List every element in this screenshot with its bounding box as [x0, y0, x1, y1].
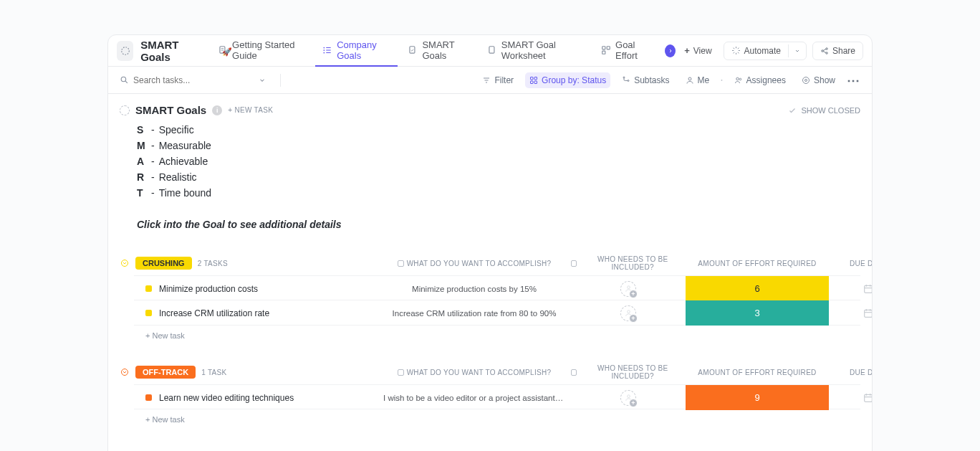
svg-rect-13	[607, 46, 610, 49]
tab-company-goals[interactable]: Company Goals	[315, 35, 398, 67]
svg-line-19	[823, 51, 826, 52]
search-input[interactable]	[133, 75, 249, 85]
list-title-heading[interactable]: SMART Goals	[135, 104, 206, 116]
toolbar: Filter Group by: Status Subtasks Me	[108, 67, 872, 94]
due-cell[interactable]	[829, 308, 873, 319]
toolbar-right: Filter Group by: Status Subtasks Me	[478, 72, 860, 88]
col-due[interactable]: DUE DATE	[829, 260, 873, 267]
smart-row: M-Measurable	[137, 138, 860, 153]
due-cell[interactable]	[829, 392, 873, 404]
group-status-badge[interactable]: OFF-TRACK	[135, 366, 196, 379]
col-due[interactable]: DUE DATE	[829, 369, 873, 376]
list-new-task[interactable]: + NEW TASK	[228, 106, 273, 114]
task-status-icon[interactable]	[145, 394, 152, 401]
check-icon	[788, 106, 797, 115]
doc-icon	[408, 44, 418, 56]
col-included[interactable]: WHO NEEDS TO BE INCLUDED?	[571, 364, 686, 380]
status-circle-icon	[120, 105, 130, 115]
assignee-add[interactable]: +	[620, 390, 636, 406]
plus-icon: +	[684, 45, 690, 56]
assignee-add[interactable]: +	[620, 281, 636, 297]
svg-point-32	[736, 77, 739, 80]
chevron-down-icon[interactable]	[120, 367, 130, 377]
due-cell[interactable]	[829, 283, 873, 295]
smart-row: A-Achievable	[137, 153, 860, 169]
doc-icon: 🚀	[218, 44, 228, 56]
header: SMART Goals 🚀 Getting Started Guide Comp…	[108, 35, 872, 67]
me-button[interactable]: Me	[681, 72, 714, 88]
more-menu[interactable]: ⋯	[847, 72, 860, 88]
task-group: CRUSHING 2 TASKS WHAT DO YOU WANT TO ACC…	[134, 255, 860, 346]
assignees-label: Assignees	[746, 75, 786, 85]
group-by-button[interactable]: Group by: Status	[525, 72, 610, 88]
automate-button[interactable]: Automate	[724, 42, 807, 60]
share-button[interactable]: Share	[812, 42, 863, 60]
effort-cell[interactable]: 9	[686, 385, 829, 410]
header-actions: + View Automate Share	[678, 42, 863, 60]
smart-dash: -	[151, 122, 155, 138]
task-name-cell[interactable]: Learn new video editing techniques	[134, 393, 378, 403]
me-icon	[686, 76, 694, 85]
svg-rect-11	[489, 46, 494, 52]
plus-badge-icon: +	[629, 290, 638, 298]
subtasks-button[interactable]: Subtasks	[618, 72, 673, 88]
new-task-link[interactable]: + New task	[134, 326, 860, 346]
more-views-arrow[interactable]	[665, 44, 676, 57]
text-icon	[398, 260, 404, 267]
svg-point-35	[804, 79, 807, 81]
effort-cell[interactable]: 3	[686, 300, 829, 326]
task-accomplish[interactable]: I wish to be a video editor or a project…	[378, 394, 571, 402]
chevron-down-icon[interactable]	[120, 258, 130, 268]
task-count: 1 TASK	[201, 369, 226, 376]
svg-line-18	[823, 49, 826, 50]
tab-smart-goal-worksheet[interactable]: SMART Goal Worksheet	[480, 35, 591, 67]
search-caret[interactable]	[254, 77, 270, 84]
show-closed[interactable]: SHOW CLOSED	[788, 106, 860, 115]
col-accomplish[interactable]: WHAT DO YOU WANT TO ACCOMPLISH?	[378, 369, 571, 376]
assignee-cell[interactable]: +	[571, 281, 686, 297]
new-task-link[interactable]: + New task	[134, 409, 860, 429]
smart-dash: -	[151, 153, 155, 169]
task-count: 2 TASKS	[198, 260, 228, 267]
tab-getting-started[interactable]: 🚀 Getting Started Guide	[211, 35, 312, 67]
col-effort[interactable]: AMOUNT OF EFFORT REQUIRED	[686, 369, 829, 376]
smart-letter: M	[137, 138, 147, 153]
task-accomplish[interactable]: Minimize production costs by 15%	[378, 285, 571, 293]
list-title[interactable]: SMART Goals	[140, 39, 199, 63]
automate-caret[interactable]	[788, 44, 806, 57]
filter-button[interactable]: Filter	[478, 72, 518, 88]
assignee-add[interactable]: +	[620, 305, 636, 321]
tab-smart-goals[interactable]: SMART Goals	[400, 35, 476, 67]
task-row[interactable]: Learn new video editing techniques I wis…	[134, 384, 860, 409]
search-wrap[interactable]	[120, 75, 249, 85]
smart-row: S-Specific	[137, 122, 860, 138]
col-included[interactable]: WHO NEEDS TO BE INCLUDED?	[571, 255, 686, 271]
assignee-cell[interactable]: +	[571, 390, 686, 406]
show-button[interactable]: Show	[797, 72, 840, 88]
task-row[interactable]: Increase CRM utilization rate Increase C…	[134, 300, 860, 326]
col-effort[interactable]: AMOUNT OF EFFORT REQUIRED	[686, 260, 829, 267]
tab-goal-effort[interactable]: Goal Effort	[594, 35, 658, 67]
task-status-icon[interactable]	[145, 310, 152, 316]
task-name-cell[interactable]: Minimize production costs	[134, 284, 378, 294]
task-accomplish[interactable]: Increase CRM utilization rate from 80 to…	[378, 309, 571, 318]
smart-letter: A	[137, 153, 147, 169]
group-status-badge[interactable]: CRUSHING	[135, 257, 192, 270]
task-row[interactable]: Minimize production costs Minimize produ…	[134, 275, 860, 300]
svg-point-4	[324, 47, 325, 48]
info-icon[interactable]: i	[212, 105, 222, 115]
col-accomplish[interactable]: WHAT DO YOU WANT TO ACCOMPLISH?	[378, 260, 571, 267]
group-icon	[529, 76, 538, 85]
show-label: Show	[814, 75, 835, 85]
add-view-button[interactable]: + View	[678, 42, 717, 60]
tab-label: Goal Effort	[615, 39, 650, 61]
task-status-icon[interactable]	[145, 285, 152, 292]
app-container: SMART Goals 🚀 Getting Started Guide Comp…	[107, 34, 873, 451]
assignee-cell[interactable]: +	[571, 305, 686, 321]
list-header: SMART Goals i + NEW TASK SHOW CLOSED	[120, 104, 860, 116]
effort-cell[interactable]: 6	[686, 276, 829, 301]
svg-point-5	[324, 49, 325, 51]
svg-rect-12	[602, 46, 605, 49]
assignees-button[interactable]: Assignees	[730, 72, 790, 88]
task-name-cell[interactable]: Increase CRM utilization rate	[134, 308, 378, 318]
